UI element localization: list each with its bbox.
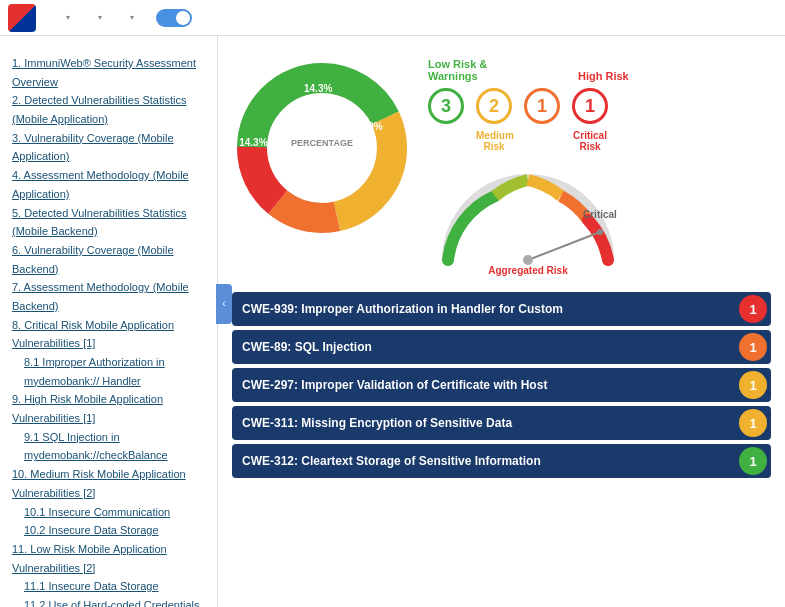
cwe-badge-3: 1 [739, 409, 767, 437]
gauge-svg: Critical [428, 160, 628, 280]
sidebar-item-0[interactable]: 1. ImmuniWeb® Security Assessment Overvi… [12, 54, 205, 91]
badge-low: 3 [428, 88, 464, 124]
main-layout: 1. ImmuniWeb® Security Assessment Overvi… [0, 36, 785, 607]
pct-high-label: 14.3% [239, 137, 267, 148]
sidebar-item-3[interactable]: 4. Assessment Methodology (Mobile Applic… [12, 166, 205, 203]
sidebar-item-6[interactable]: 7. Assessment Methodology (Mobile Backen… [12, 278, 205, 315]
medium-risk-label: Medium Risk [476, 130, 512, 152]
sidebar-item-7[interactable]: 8. Critical Risk Mobile Application Vuln… [12, 316, 205, 353]
cwe-row-text-4: CWE-312: Cleartext Storage of Sensitive … [242, 454, 731, 468]
badges-row: 3 2 1 1 [428, 88, 771, 124]
gauge-container: Critical Aggregated Risk [428, 160, 628, 280]
cwe-row-text-0: CWE-939: Improper Authorization in Handl… [242, 302, 731, 316]
sidebar-item-5[interactable]: 6. Vulnerability Coverage (Mobile Backen… [12, 241, 205, 278]
badge-circle-critical: 1 [572, 88, 608, 124]
sidebar-item-2[interactable]: 3. Vulnerability Coverage (Mobile Applic… [12, 129, 205, 166]
low-risk-label: Low Risk & Warnings [428, 58, 518, 82]
main-content: PERCENTAGE 14.3% 14.3% 42.9% 28.6% Low R… [218, 36, 785, 607]
sidebar-item-12[interactable]: 10.1 Insecure Communication [12, 503, 205, 522]
sidebar: 1. ImmuniWeb® Security Assessment Overvi… [0, 36, 218, 607]
badge-medium: 2 [476, 88, 512, 124]
badge-circle-low: 3 [428, 88, 464, 124]
badge-circle-high: 1 [524, 88, 560, 124]
critical-risk-label: Critical Risk [572, 130, 608, 152]
pct-critical-label: 14.3% [304, 83, 332, 94]
sidebar-collapse-arrow[interactable]: ‹ [216, 284, 232, 324]
nav-tab-vulnerability[interactable]: ▾ [52, 9, 80, 26]
cwe-row-2[interactable]: CWE-297: Improper Validation of Certific… [232, 368, 771, 402]
badge-labels-row: Low Risk & Warnings High Risk [428, 58, 771, 82]
badge-critical: 1 [572, 88, 608, 124]
sidebar-item-16[interactable]: 11.2 Use of Hard-coded Credentials [12, 596, 205, 607]
badge-circle-medium: 2 [476, 88, 512, 124]
cwe-row-text-1: CWE-89: SQL Injection [242, 340, 731, 354]
sidebar-item-15[interactable]: 11.1 Insecure Data Storage [12, 577, 205, 596]
sidebar-item-9[interactable]: 9. High Risk Mobile Application Vulnerab… [12, 390, 205, 427]
cwe-badge-4: 1 [739, 447, 767, 475]
nav-tab-risklevel[interactable]: ▾ [84, 9, 112, 26]
chevron-down-icon: ▾ [66, 13, 70, 22]
svg-text:PERCENTAGE: PERCENTAGE [291, 138, 353, 148]
top-navigation: ▾ ▾ ▾ [0, 0, 785, 36]
high-risk-label: High Risk [578, 70, 629, 82]
svg-point-8 [523, 255, 533, 265]
pct-low-label: 42.9% [354, 121, 382, 132]
badge-bottom-labels: Medium Risk Critical Risk [428, 130, 771, 152]
svg-point-9 [597, 229, 603, 235]
cwe-badge-1: 1 [739, 333, 767, 361]
view-toggle[interactable] [156, 9, 192, 27]
sidebar-item-4[interactable]: 5. Detected Vulnerabilities Statistics (… [12, 204, 205, 241]
cwe-list: CWE-939: Improper Authorization in Handl… [232, 292, 771, 478]
sidebar-item-1[interactable]: 2. Detected Vulnerabilities Statistics (… [12, 91, 205, 128]
svg-line-7 [528, 232, 600, 260]
sidebar-item-14[interactable]: 11. Low Risk Mobile Application Vulnerab… [12, 540, 205, 577]
sidebar-item-11[interactable]: 10. Medium Risk Mobile Application Vulne… [12, 465, 205, 502]
svg-point-5 [268, 94, 376, 202]
sidebar-item-13[interactable]: 10.2 Insecure Data Storage [12, 521, 205, 540]
donut-chart: PERCENTAGE 14.3% 14.3% 42.9% 28.6% [232, 58, 412, 238]
cwe-row-0[interactable]: CWE-939: Improper Authorization in Handl… [232, 292, 771, 326]
nav-tab-patchstatus[interactable]: ▾ [116, 9, 144, 26]
statistics-area: PERCENTAGE 14.3% 14.3% 42.9% 28.6% Low R… [232, 58, 771, 280]
pct-medium-label: 28.6% [304, 173, 332, 184]
cwe-row-1[interactable]: CWE-89: SQL Injection1 [232, 330, 771, 364]
badge-section: Low Risk & Warnings High Risk 3 2 1 [428, 58, 771, 152]
chevron-down-icon: ▾ [130, 13, 134, 22]
cwe-row-4[interactable]: CWE-312: Cleartext Storage of Sensitive … [232, 444, 771, 478]
chevron-down-icon: ▾ [98, 13, 102, 22]
cwe-badge-2: 1 [739, 371, 767, 399]
svg-text:Critical: Critical [583, 209, 617, 220]
cwe-row-3[interactable]: CWE-311: Missing Encryption of Sensitive… [232, 406, 771, 440]
cwe-row-text-3: CWE-311: Missing Encryption of Sensitive… [242, 416, 731, 430]
aggregated-risk-label: Aggregated Risk [488, 265, 567, 276]
sidebar-item-10[interactable]: 9.1 SQL Injection in mydemobank://checkB… [12, 428, 205, 465]
sidebar-item-8[interactable]: 8.1 Improper Authorization in mydemobank… [12, 353, 205, 390]
cwe-badge-0: 1 [739, 295, 767, 323]
badge-high: 1 [524, 88, 560, 124]
risk-info-panel: Low Risk & Warnings High Risk 3 2 1 [428, 58, 771, 280]
cwe-row-text-2: CWE-297: Improper Validation of Certific… [242, 378, 731, 392]
app-logo [8, 4, 36, 32]
